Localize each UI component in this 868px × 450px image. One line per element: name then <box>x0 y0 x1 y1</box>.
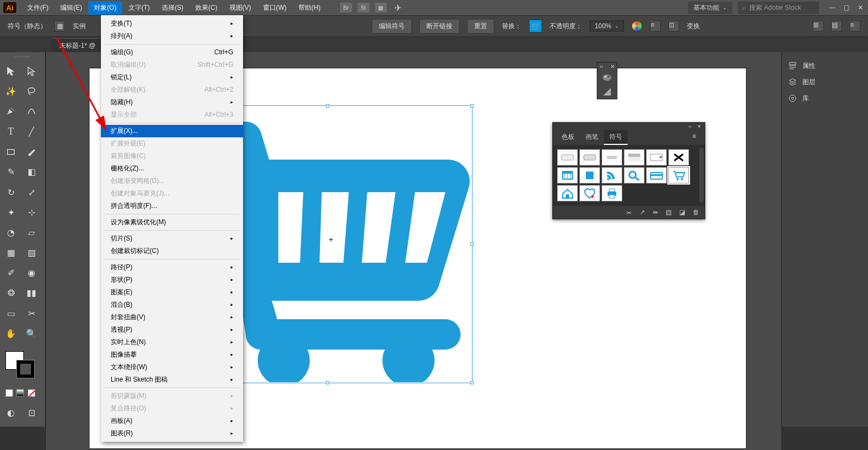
sel-handle-s[interactable] <box>326 381 329 384</box>
color-guide-icon[interactable] <box>597 85 617 99</box>
workspace-switcher[interactable]: 基本功能 ⌄ <box>688 2 732 14</box>
symbol-delete[interactable] <box>668 149 689 166</box>
break-link-button[interactable]: 断开链接 <box>419 19 459 34</box>
sel-handle-e[interactable] <box>470 243 474 246</box>
eyedropper-tool[interactable]: ✐ <box>1 265 21 281</box>
perspective-tool[interactable]: ▱ <box>22 225 41 240</box>
menu-item[interactable]: 混合(B) <box>101 299 243 311</box>
menu-item[interactable]: 创建裁切标记(C) <box>101 245 243 257</box>
sel-handle-ne[interactable] <box>470 104 474 107</box>
menu-object[interactable]: 对象(O) <box>88 1 122 15</box>
panel-properties[interactable]: 属性 <box>782 58 868 74</box>
align-icon[interactable]: ≡ <box>650 21 661 31</box>
symbol-film[interactable] <box>579 167 600 183</box>
menu-edit[interactable]: 编辑(E) <box>55 1 87 15</box>
pen-tool[interactable] <box>1 104 21 119</box>
menu-item[interactable]: 形状(P) <box>101 274 243 286</box>
menu-item[interactable]: 图表(R) <box>101 427 243 440</box>
shaper-tool[interactable]: ✎ <box>1 164 21 180</box>
color-mode-none[interactable] <box>28 389 35 397</box>
symbol-sprayer-tool[interactable]: ❂ <box>1 286 21 301</box>
panel-layers[interactable]: 图层 <box>782 74 868 90</box>
delete-symbol-icon[interactable]: 🗑 <box>693 208 699 216</box>
slice-tool[interactable]: ✂ <box>22 306 41 321</box>
swap-symbol-dropdown[interactable]: 🛒 <box>529 20 542 33</box>
artboard-tool[interactable]: ▭ <box>1 306 21 321</box>
symbol-home[interactable] <box>557 185 578 201</box>
edit-symbol-button[interactable]: 编辑符号 <box>372 19 412 34</box>
gradient-tool[interactable]: ▨ <box>22 245 41 261</box>
symbol-instance-icon[interactable]: ▦ <box>54 21 65 31</box>
symbol-search[interactable] <box>624 167 644 183</box>
menu-item[interactable]: 变换(T) <box>101 17 243 30</box>
place-symbol-icon[interactable]: ↗ <box>640 208 645 216</box>
menu-item[interactable]: 图案(E) <box>101 286 243 299</box>
sel-handle-n[interactable] <box>326 104 329 107</box>
symbol-calendar[interactable] <box>557 167 578 183</box>
rotate-tool[interactable]: ↻ <box>1 185 21 200</box>
symbol-bevel[interactable] <box>557 149 578 166</box>
maximize-button[interactable]: ▢ <box>842 4 851 11</box>
line-tool[interactable]: ╱ <box>22 124 41 140</box>
minimize-button[interactable]: — <box>828 4 837 11</box>
free-transform-tool[interactable]: ⊹ <box>22 205 41 220</box>
menu-type[interactable]: 文字(T) <box>123 1 155 15</box>
brush-tool[interactable] <box>22 144 41 160</box>
close-icon[interactable]: ✕ <box>610 64 615 69</box>
selection-tool[interactable] <box>1 64 21 79</box>
menu-item[interactable]: Line 和 Sketch 图稿 <box>101 373 243 386</box>
recolor-icon[interactable] <box>631 21 642 31</box>
menu-item[interactable]: 图像描摹 <box>101 348 243 361</box>
symbol-card[interactable] <box>646 167 667 183</box>
width-tool[interactable]: ✦ <box>1 205 21 220</box>
arrange-doc-icon[interactable]: ▦ <box>375 3 387 12</box>
menu-item[interactable]: 排列(A) <box>101 30 243 42</box>
symbol-print[interactable] <box>602 185 622 201</box>
graph-tool[interactable]: ▮▮ <box>22 286 41 301</box>
symbol-dropdown[interactable] <box>646 149 667 166</box>
tab-symbols[interactable]: 符号 <box>604 130 628 145</box>
fill-stroke-swatch[interactable] <box>1 349 44 382</box>
menu-item[interactable]: 切片(S) <box>101 232 243 245</box>
menu-icon[interactable]: ≡ <box>850 21 860 31</box>
symbol-ribbon[interactable] <box>602 149 622 166</box>
bridge-icon[interactable]: Br <box>340 3 352 12</box>
menu-item[interactable]: 画板(A) <box>101 415 243 427</box>
close-icon[interactable]: ✕ <box>697 124 701 129</box>
curvature-tool[interactable] <box>22 104 41 119</box>
symbol-cart[interactable] <box>668 167 689 183</box>
menu-item[interactable]: 设为像素级优化(M) <box>101 216 243 229</box>
panel-grip[interactable] <box>1 54 44 59</box>
scale-tool[interactable]: ⤢ <box>22 185 41 200</box>
hand-tool[interactable]: ✋ <box>1 326 21 341</box>
symbol-heart[interactable] <box>579 185 600 201</box>
magic-wand-tool[interactable]: ✨ <box>1 84 21 99</box>
collapse-icon[interactable]: ›› <box>599 64 603 69</box>
color-panel-icon[interactable] <box>597 71 617 85</box>
menu-window[interactable]: 窗口(W) <box>258 1 292 15</box>
panel-grip[interactable] <box>782 52 868 58</box>
lasso-tool[interactable] <box>22 84 41 99</box>
menu-item[interactable]: 扩展(X)... <box>101 125 243 137</box>
mesh-tool[interactable]: ▦ <box>1 245 21 261</box>
gpu-icon[interactable]: ✈ <box>392 3 404 12</box>
menu-view[interactable]: 视图(V) <box>224 1 257 15</box>
mini-color-panel[interactable]: ››✕ <box>597 62 617 99</box>
menu-item[interactable]: 路径(P) <box>101 261 243 274</box>
screen-mode[interactable]: ⊡ <box>22 405 41 421</box>
symbol-rss[interactable] <box>602 167 622 183</box>
tab-swatches[interactable]: 色板 <box>556 130 580 145</box>
menu-item[interactable]: 实时上色(N) <box>101 336 243 348</box>
close-button[interactable]: ✕ <box>856 4 865 11</box>
menu-item[interactable]: 隐藏(H) <box>101 96 243 109</box>
preferences-icon[interactable]: ⊞ <box>813 21 824 31</box>
collapse-icon[interactable]: ‹‹ <box>688 124 692 129</box>
panel-libraries[interactable]: 库 <box>782 90 868 106</box>
symbol-libraries-icon[interactable]: ⫘ <box>626 208 632 216</box>
panel-menu-icon[interactable]: ≡ <box>687 130 701 145</box>
color-mode-gradient[interactable] <box>16 389 24 397</box>
shape-builder-tool[interactable]: ◔ <box>1 225 21 240</box>
symbol-tab[interactable] <box>624 149 644 166</box>
eraser-tool[interactable]: ◧ <box>22 164 41 180</box>
reset-button[interactable]: 重置 <box>467 19 494 34</box>
